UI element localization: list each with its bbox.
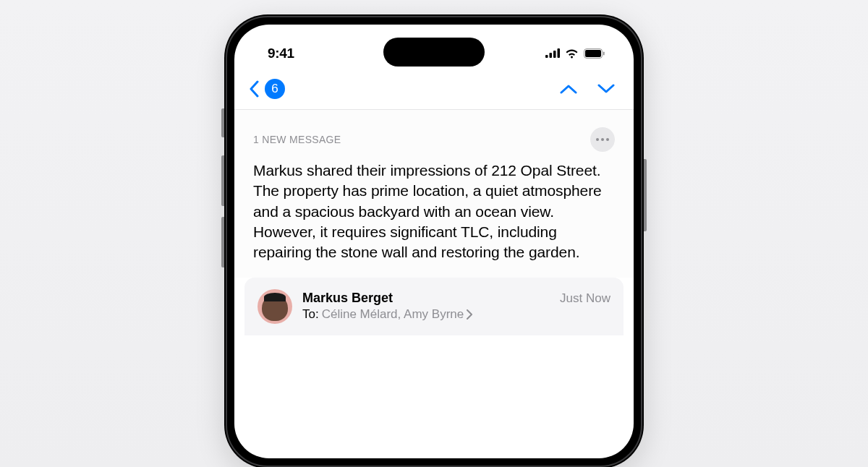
nav-back[interactable]: 6 <box>249 79 285 99</box>
status-time: 9:41 <box>268 46 294 61</box>
cellular-signal-icon <box>545 48 560 58</box>
svg-rect-3 <box>558 48 561 58</box>
sender-card[interactable]: Markus Berget Just Now To: Céline Mélard… <box>244 278 624 335</box>
wifi-icon <box>565 48 579 59</box>
recipients-row[interactable]: To: Céline Mélard, Amy Byrne <box>302 307 610 322</box>
power-button <box>644 159 647 231</box>
avatar <box>258 289 292 324</box>
recipients: Céline Mélard, Amy Byrne <box>322 307 464 322</box>
summary-text: Markus shared their impressions of 212 O… <box>253 160 615 263</box>
screen: 9:41 <box>234 25 634 458</box>
status-icons <box>545 48 605 59</box>
svg-point-8 <box>601 138 604 141</box>
timestamp: Just Now <box>560 291 610 306</box>
unread-badge: 6 <box>265 79 285 99</box>
svg-rect-5 <box>585 50 601 57</box>
dynamic-island <box>383 38 485 67</box>
battery-icon <box>584 48 605 59</box>
volume-down-button <box>221 217 224 267</box>
svg-point-7 <box>596 138 599 141</box>
message-header-row: 1 NEW MESSAGE <box>253 127 615 152</box>
nav-bar: 6 <box>234 72 634 110</box>
to-label: To: <box>302 307 319 322</box>
side-button <box>221 108 224 137</box>
new-message-label: 1 NEW MESSAGE <box>253 134 341 145</box>
sender-name: Markus Berget <box>302 291 393 306</box>
nav-down-icon[interactable] <box>597 84 615 94</box>
volume-up-button <box>221 155 224 206</box>
sender-info: Markus Berget Just Now To: Céline Mélard… <box>302 291 610 322</box>
nav-right <box>560 84 615 94</box>
svg-point-9 <box>606 138 609 141</box>
svg-rect-2 <box>553 51 556 58</box>
sender-row: Markus Berget Just Now <box>302 291 610 306</box>
ellipsis-icon <box>596 138 609 141</box>
more-button[interactable] <box>590 127 615 152</box>
chevron-right-icon <box>467 309 472 320</box>
message-summary-section: 1 NEW MESSAGE Markus shared their impres… <box>234 110 634 278</box>
back-chevron-icon <box>249 80 259 98</box>
svg-rect-1 <box>550 53 553 58</box>
phone-frame: 9:41 <box>224 14 644 467</box>
svg-rect-0 <box>545 55 548 58</box>
avatar-face-icon <box>262 295 288 321</box>
nav-up-icon[interactable] <box>560 84 577 94</box>
svg-rect-6 <box>603 51 605 55</box>
